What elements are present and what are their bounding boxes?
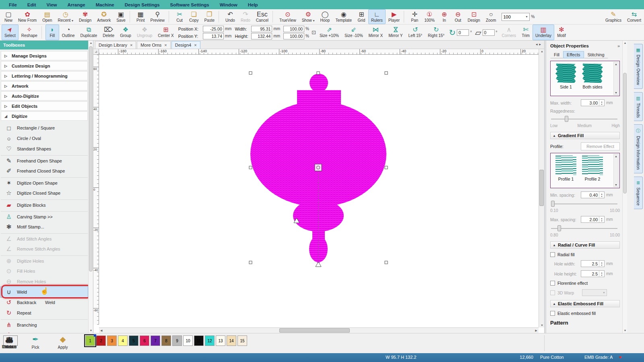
- toolbar-button[interactable]: ◉ Template: [332, 9, 355, 24]
- rotate-input[interactable]: 0: [457, 29, 469, 36]
- max-spacing-field[interactable]: 2.00▲▼: [581, 216, 605, 223]
- skew-icon[interactable]: ▱: [475, 29, 481, 37]
- toolbar-button[interactable]: ⋈ Mirror X: [366, 25, 386, 40]
- scale-height-input[interactable]: 100.00: [283, 33, 304, 39]
- toolbar-button[interactable]: ✾ Design: [76, 9, 94, 24]
- menu-item[interactable]: File: [4, 1, 22, 8]
- toolbox-category[interactable]: ◢ Digitize: [1, 111, 88, 121]
- tool-item[interactable]: ✎ Freehand Open Shape: [1, 155, 88, 166]
- menu-item[interactable]: View: [42, 1, 62, 8]
- selection-handle[interactable]: [317, 72, 320, 74]
- elastic-embossed-checkbox-row[interactable]: Elastic embossed fill: [550, 311, 620, 316]
- toolbar-button[interactable]: ① 100%: [421, 9, 438, 24]
- toolbar-button[interactable]: ⊡ Design: [465, 9, 483, 24]
- color-swatch[interactable]: 2: [96, 335, 106, 346]
- tool-item[interactable]: ▰ Digitize Blocks: [1, 200, 88, 210]
- toolbar-button[interactable]: ⌦ Delete: [100, 25, 117, 40]
- tab-scroll-arrows[interactable]: ◂▸: [536, 42, 543, 46]
- zoom-level-dropdown[interactable]: 100 ▾: [502, 13, 530, 21]
- design-information-tab[interactable]: ⓘ Design Information: [634, 124, 643, 173]
- scroll-up-icon[interactable]: ▲: [623, 41, 627, 45]
- tool-item[interactable]: ♡ Standard Shapes: [1, 144, 88, 154]
- toolbar-button[interactable]: ✎ Graphics: [603, 9, 624, 24]
- toolbar-button[interactable]: ✛ Pan: [408, 9, 421, 24]
- toolbar-button[interactable]: ↶ Undo: [223, 9, 238, 24]
- toolbar-button[interactable]: ↷ Redo: [238, 9, 253, 24]
- remove-effect-button[interactable]: Remove Effect: [581, 142, 620, 150]
- close-icon[interactable]: ×: [130, 43, 132, 47]
- toolbar-button[interactable]: ◯ Hoop: [317, 9, 332, 24]
- scroll-down-icon[interactable]: ▼: [614, 183, 618, 186]
- toolbar-button[interactable]: ⇆ Convert: [624, 9, 644, 24]
- scroll-left-icon[interactable]: ◀: [100, 329, 102, 332]
- toolbar-button[interactable]: ❖ Ungroup: [134, 25, 155, 40]
- toolbar-button[interactable]: ◷ Recent ▾: [55, 9, 76, 24]
- gradient-profile-option[interactable]: Profile 2: [581, 156, 604, 188]
- toolbox-category[interactable]: ▷ Lettering / Monogramming: [1, 71, 88, 80]
- toolbar-button[interactable]: ✪ Artwork: [94, 9, 114, 24]
- color-swatch[interactable]: 12: [205, 335, 215, 346]
- toolbar-button[interactable]: ◔ Outline: [59, 25, 78, 40]
- canvas-horizontal-scrollbar[interactable]: ◀ ▶: [99, 327, 539, 333]
- toolbar-button[interactable]: ❖ Group: [117, 25, 134, 40]
- collapse-panel-icon[interactable]: »: [617, 43, 620, 48]
- tool-item[interactable]: ❀ Redwork: [1, 330, 88, 333]
- max-width-field[interactable]: 3.00▲▼: [581, 99, 605, 106]
- tool-item[interactable]: ⊖ Remove Holes: [1, 276, 88, 287]
- selection-handle[interactable]: [385, 72, 388, 74]
- properties-tab[interactable]: Stitching: [584, 51, 608, 58]
- spinner-icon[interactable]: ▲▼: [599, 100, 604, 106]
- close-icon[interactable]: ×: [164, 43, 167, 47]
- spinner-icon[interactable]: ▲▼: [599, 192, 604, 198]
- toolbar-button[interactable]: ⇙ Size -10%: [342, 25, 366, 40]
- toolbar-button[interactable]: ⊞ Grid: [355, 9, 368, 24]
- tool-item[interactable]: ∠ Add Stitch Angles: [1, 233, 88, 244]
- max-spacing-slider[interactable]: [550, 225, 620, 232]
- color-swatch[interactable]: 13: [216, 335, 225, 346]
- list-scrollbar[interactable]: ▲ ▼: [613, 62, 619, 95]
- toolbar-button[interactable]: ∟ Rulers: [368, 9, 386, 24]
- florentine-effect-checkbox-row[interactable]: Florentine effect: [550, 281, 620, 286]
- tool-item[interactable]: ✐ Freehand Closed Shape: [1, 166, 88, 176]
- menu-item[interactable]: Machine: [91, 1, 119, 8]
- document-tab[interactable]: Design Library ×: [95, 41, 136, 49]
- checkbox-icon[interactable]: [550, 311, 555, 316]
- threads-icon[interactable]: ≣ Threads: [0, 335, 19, 349]
- min-spacing-field[interactable]: 0.40▲▼: [581, 191, 605, 198]
- toolbar-button[interactable]: [130, 10, 132, 23]
- color-swatch[interactable]: 9: [172, 335, 182, 346]
- scroll-up-icon[interactable]: ▲: [614, 155, 618, 158]
- selection-handle[interactable]: [385, 166, 388, 169]
- toolbar-button[interactable]: ⊕ In: [438, 9, 451, 24]
- scrollbar-thumb[interactable]: [623, 73, 627, 193]
- toolbox-category[interactable]: ▷ Artwork: [1, 81, 88, 90]
- rotate-by-icon[interactable]: ↻: [449, 29, 456, 37]
- checkbox-icon[interactable]: [550, 252, 555, 257]
- color-swatch[interactable]: 8: [161, 335, 171, 346]
- ruler-origin-box[interactable]: ⊿: [93, 49, 99, 55]
- menu-item[interactable]: Design Settings: [120, 1, 165, 8]
- toolbar-button[interactable]: ▶ Player: [386, 9, 402, 24]
- tool-item[interactable]: ↺ Backtrack: [1, 297, 88, 308]
- toolbar-button[interactable]: ✄ Trim: [519, 25, 533, 40]
- apply-color-button[interactable]: ◆ Apply: [54, 334, 72, 350]
- toolbar-button[interactable]: ▢ New: [2, 9, 15, 24]
- toolbar-button[interactable]: ➤ Select: [2, 25, 19, 40]
- toolbar-button[interactable]: ◗ Fill: [45, 25, 59, 40]
- threads-tab[interactable]: ▥ Threads: [634, 92, 643, 121]
- jagged-style-option[interactable]: Both sides: [581, 64, 604, 96]
- toolbar-button[interactable]: ⋈ Mirror Y: [386, 25, 405, 40]
- color-swatch[interactable]: 3: [107, 335, 117, 346]
- toolbar-button[interactable]: ⚲ Preview: [148, 9, 168, 24]
- radial-fill-checkbox-row[interactable]: Radial fill: [550, 252, 620, 257]
- radial-curve-fill-section-header[interactable]: ▴Radial / Curve Fill: [550, 241, 620, 249]
- scroll-down-icon[interactable]: ▼: [614, 91, 618, 94]
- color-swatch[interactable]: 10: [183, 335, 193, 346]
- scroll-down-icon[interactable]: ▼: [541, 324, 543, 327]
- spinner-icon[interactable]: ▲▼: [599, 261, 604, 267]
- toolbar-button[interactable]: [169, 10, 171, 23]
- spinner-icon[interactable]: ▲▼: [599, 271, 604, 277]
- toolbox-category[interactable]: ▷ Edit Objects: [1, 101, 88, 111]
- tool-item[interactable]: □ Rectangle / Square: [1, 123, 88, 133]
- scrollbar-thumb[interactable]: [89, 46, 93, 272]
